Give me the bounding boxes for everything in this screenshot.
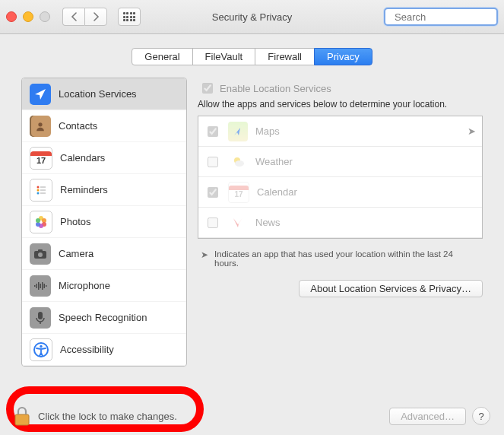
search-field[interactable] <box>384 8 498 26</box>
close-window-button[interactable] <box>6 11 17 22</box>
sidebar-item-camera[interactable]: Camera <box>22 238 186 270</box>
sidebar-item-photos[interactable]: Photos <box>22 206 186 238</box>
lock-button[interactable]: Click the lock to make changes. <box>14 406 177 426</box>
svg-rect-25 <box>38 312 43 319</box>
advanced-button[interactable]: Advanced… <box>389 408 466 425</box>
app-checkbox[interactable] <box>208 126 218 137</box>
calendar-icon: 17 <box>30 147 52 170</box>
app-name: Calendar <box>257 186 297 198</box>
svg-rect-20 <box>38 282 40 290</box>
location-indicator-icon: ➤ <box>201 249 208 260</box>
app-row-weather[interactable]: Weather <box>198 147 482 177</box>
privacy-category-list[interactable]: Location Services Contacts 17 Calendars <box>21 78 187 367</box>
location-description: Allow the apps and services below to det… <box>198 99 483 110</box>
svg-rect-24 <box>46 285 47 287</box>
help-icon: ? <box>478 411 483 422</box>
svg-point-7 <box>37 192 40 194</box>
calendar-icon: 17 <box>228 182 249 203</box>
photos-icon <box>30 211 52 233</box>
sidebar-item-microphone[interactable]: Microphone <box>22 270 186 302</box>
lock-text: Click the lock to make changes. <box>38 411 177 422</box>
sidebar-item-location-services[interactable]: Location Services <box>22 78 186 110</box>
weather-icon <box>228 152 248 172</box>
app-checkbox[interactable] <box>208 157 218 167</box>
show-all-button[interactable] <box>118 8 141 26</box>
location-app-list[interactable]: Maps ➤ Weather 17 Calendar <box>198 116 483 239</box>
svg-rect-16 <box>38 249 43 252</box>
svg-rect-31 <box>15 414 29 425</box>
forward-button[interactable] <box>84 8 107 26</box>
app-row-maps[interactable]: Maps ➤ <box>198 116 482 147</box>
svg-rect-19 <box>36 284 38 288</box>
title-bar: Security & Privacy <box>0 0 504 34</box>
back-button[interactable] <box>62 8 84 26</box>
tab-bar: General FileVault Firewall Privacy <box>0 48 504 65</box>
chevron-left-icon <box>71 12 78 21</box>
svg-point-30 <box>235 160 244 167</box>
app-name: News <box>255 217 281 228</box>
svg-rect-23 <box>44 284 46 288</box>
nav-buttons <box>62 8 107 26</box>
accessibility-icon <box>30 338 52 361</box>
tab-filevault[interactable]: FileVault <box>192 48 256 65</box>
contacts-icon <box>30 116 51 137</box>
preferences-window: Security & Privacy General FileVault Fir… <box>0 0 504 435</box>
sidebar-item-contacts[interactable]: Contacts <box>22 110 186 142</box>
location-arrow-icon <box>30 84 51 105</box>
privacy-content: Location Services Contacts 17 Calendars <box>21 78 483 367</box>
zoom-window-button[interactable] <box>40 11 50 22</box>
indicator-note: ➤ Indicates an app that has used your lo… <box>201 249 480 268</box>
sidebar-item-label: Calendars <box>60 152 105 164</box>
sidebar-item-calendars[interactable]: 17 Calendars <box>22 142 186 174</box>
svg-point-14 <box>36 218 40 223</box>
svg-point-28 <box>40 345 42 347</box>
maps-icon <box>228 122 248 141</box>
footer: Click the lock to make changes. Advanced… <box>0 397 504 435</box>
search-input[interactable] <box>393 11 504 24</box>
tab-general[interactable]: General <box>132 48 192 65</box>
enable-location-label: Enable Location Services <box>220 83 331 94</box>
sidebar-item-label: Speech Recognition <box>59 312 147 323</box>
sidebar-item-label: Contacts <box>59 120 97 132</box>
sidebar-item-speech-recognition[interactable]: Speech Recognition <box>22 302 186 334</box>
sidebar-item-accessibility[interactable]: Accessibility <box>22 334 186 366</box>
chevron-right-icon <box>93 12 100 21</box>
sidebar-item-label: Reminders <box>60 184 108 195</box>
app-name: Maps <box>255 125 280 137</box>
svg-point-5 <box>37 189 40 191</box>
sidebar-item-label: Camera <box>59 248 94 259</box>
app-checkbox[interactable] <box>208 218 218 228</box>
app-row-calendar[interactable]: 17 Calendar <box>198 177 482 208</box>
sidebar-item-reminders[interactable]: Reminders <box>22 174 186 206</box>
svg-point-2 <box>38 122 42 126</box>
sidebar-item-label: Accessibility <box>60 344 114 355</box>
location-indicator-icon: ➤ <box>468 125 476 137</box>
app-checkbox[interactable] <box>208 187 218 198</box>
speech-icon <box>30 307 51 329</box>
lock-icon <box>14 406 30 426</box>
svg-rect-21 <box>40 284 42 288</box>
minimize-window-button[interactable] <box>23 11 33 22</box>
enable-location-checkbox[interactable] <box>202 83 213 94</box>
svg-rect-22 <box>42 282 43 290</box>
sidebar-item-label: Microphone <box>59 280 110 291</box>
traffic-lights <box>6 11 50 22</box>
reminders-icon <box>30 179 52 202</box>
enable-location-services[interactable]: Enable Location Services <box>199 81 483 96</box>
tab-firewall[interactable]: Firewall <box>255 48 315 65</box>
tab-privacy[interactable]: Privacy <box>314 48 372 65</box>
microphone-icon <box>30 275 51 297</box>
svg-point-3 <box>37 186 40 188</box>
svg-rect-18 <box>34 285 36 287</box>
about-location-services-button[interactable]: About Location Services & Privacy… <box>299 280 483 297</box>
app-row-news[interactable]: News <box>198 208 482 238</box>
svg-point-17 <box>38 252 43 257</box>
sidebar-item-label: Location Services <box>59 88 137 100</box>
sidebar-item-label: Photos <box>60 216 90 227</box>
indicator-note-text: Indicates an app that has used your loca… <box>214 249 480 268</box>
help-button[interactable]: ? <box>472 407 490 425</box>
app-name: Weather <box>255 156 293 167</box>
news-icon <box>228 213 248 233</box>
grid-icon <box>123 12 136 21</box>
camera-icon <box>30 243 51 265</box>
